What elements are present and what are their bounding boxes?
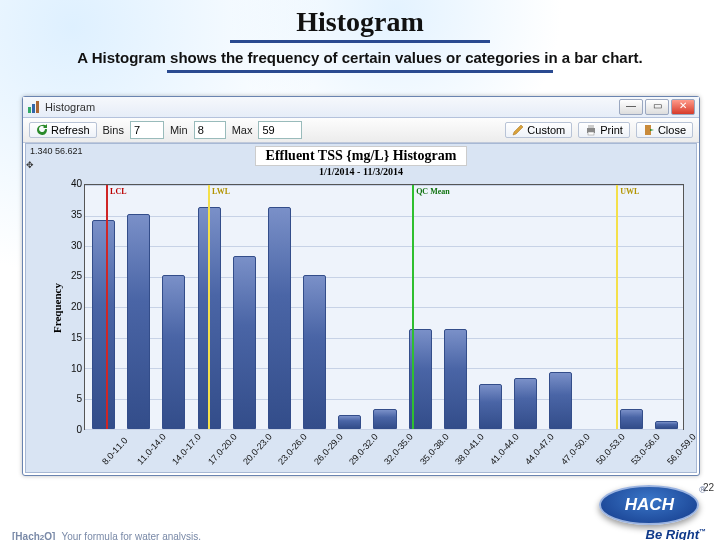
histogram-bar[interactable] (444, 329, 467, 429)
histogram-bar[interactable] (162, 275, 185, 430)
subtitle-underline (167, 70, 553, 73)
y-tick: 35 (62, 209, 82, 220)
window-maximize-button[interactable]: ▭ (645, 99, 669, 115)
reference-label-lcl: LCL (110, 187, 126, 196)
brand-tagline: Be Right™ (599, 527, 706, 540)
x-tick: 44.0-47.0 (523, 432, 556, 467)
reference-label-uwl: UWL (620, 187, 639, 196)
window-titlebar[interactable]: Histogram — ▭ ✕ (23, 97, 699, 118)
x-tick: 8.0-11.0 (100, 435, 130, 466)
y-tick: 0 (62, 424, 82, 435)
x-tick: 56.0-59.0 (665, 432, 698, 467)
x-tick: 47.0-50.0 (559, 432, 592, 467)
svg-rect-1 (32, 104, 35, 113)
max-label: Max (232, 124, 253, 136)
x-tick: 41.0-44.0 (488, 432, 521, 467)
min-input[interactable] (194, 121, 226, 139)
histogram-bar[interactable] (655, 421, 678, 429)
refresh-button[interactable]: Refresh (29, 122, 97, 138)
y-tick: 40 (62, 178, 82, 189)
chart-area: 1.340 56.621 ✥ Effluent TSS {mg/L} Histo… (25, 143, 697, 473)
slide-footer: 22 [Hach2O] Your formula for water analy… (0, 486, 720, 540)
window-close-button[interactable]: ✕ (671, 99, 695, 115)
page-title: Histogram (0, 6, 720, 38)
cursor-coordinates: 1.340 56.621 (30, 146, 83, 156)
histogram-bar[interactable] (92, 220, 115, 429)
reference-label-lwl: LWL (212, 187, 230, 196)
print-button[interactable]: Print (578, 122, 630, 138)
histogram-bar[interactable] (127, 214, 150, 430)
pencil-icon (512, 124, 524, 136)
y-tick: 15 (62, 332, 82, 343)
histogram-bar[interactable] (620, 409, 643, 429)
reference-line-uwl (616, 185, 618, 429)
x-tick: 38.0-41.0 (453, 432, 486, 467)
y-tick: 10 (62, 363, 82, 374)
reference-line-lwl (208, 185, 210, 429)
toolbar: Refresh Bins Min Max Custom Print Close (23, 118, 699, 143)
x-tick: 50.0-53.0 (594, 432, 627, 467)
title-underline (230, 40, 490, 43)
x-tick: 17.0-20.0 (206, 432, 239, 467)
footer-logo-tagline: Your formula for water analysis. (61, 531, 201, 540)
reference-label-qcmean: QC Mean (416, 187, 450, 196)
histogram-window: Histogram — ▭ ✕ Refresh Bins Min Max Cus… (22, 96, 700, 476)
chart-title: Effluent TSS {mg/L} Histogram (255, 146, 468, 166)
window-title-text: Histogram (45, 101, 95, 113)
y-tick: 25 (62, 270, 82, 281)
svg-rect-2 (36, 101, 39, 113)
app-chart-icon (27, 100, 41, 114)
histogram-bar[interactable] (514, 378, 537, 429)
x-tick: 20.0-23.0 (241, 432, 274, 467)
histogram-bar[interactable] (303, 275, 326, 430)
histogram-bar[interactable] (549, 372, 572, 429)
histogram-bar[interactable] (338, 415, 361, 429)
histogram-bar[interactable] (479, 384, 502, 429)
door-icon (643, 124, 655, 136)
x-tick: 53.0-56.0 (629, 432, 662, 467)
reference-line-lcl (106, 185, 108, 429)
reference-line-qcmean (412, 185, 414, 429)
close-label: Close (658, 124, 686, 136)
registered-mark: ® (699, 485, 706, 495)
y-tick: 20 (62, 301, 82, 312)
x-tick: 23.0-26.0 (276, 432, 309, 467)
window-minimize-button[interactable]: — (619, 99, 643, 115)
x-tick: 26.0-29.0 (312, 432, 345, 467)
svg-rect-5 (588, 132, 594, 135)
min-label: Min (170, 124, 188, 136)
printer-icon (585, 124, 597, 136)
svg-rect-4 (588, 125, 594, 128)
y-tick: 5 (62, 393, 82, 404)
resize-handle-icon[interactable]: ✥ (26, 160, 34, 168)
y-tick: 30 (62, 240, 82, 251)
plot-region[interactable]: LCLLWLQC MeanUWL (84, 184, 684, 430)
max-input[interactable] (258, 121, 302, 139)
x-tick: 11.0-14.0 (135, 432, 168, 467)
brand-logo: HACH (599, 485, 699, 525)
page-subtitle: A Histogram shows the frequency of certa… (0, 49, 720, 70)
refresh-icon (36, 124, 48, 136)
histogram-bar[interactable] (373, 409, 396, 429)
histogram-bar[interactable] (233, 256, 256, 429)
footer-left-logo: [Hach2O] Your formula for water analysis… (12, 531, 201, 540)
chart-date-range: 1/1/2014 - 11/3/2014 (26, 166, 696, 177)
refresh-label: Refresh (51, 124, 90, 136)
histogram-bar[interactable] (268, 207, 291, 429)
custom-label: Custom (527, 124, 565, 136)
x-tick: 35.0-38.0 (418, 432, 451, 467)
bins-label: Bins (103, 124, 124, 136)
custom-button[interactable]: Custom (505, 122, 572, 138)
x-tick: 32.0-35.0 (382, 432, 415, 467)
x-tick: 29.0-32.0 (347, 432, 380, 467)
svg-rect-0 (28, 107, 31, 113)
x-tick: 14.0-17.0 (170, 432, 203, 467)
close-button[interactable]: Close (636, 122, 693, 138)
print-label: Print (600, 124, 623, 136)
bins-input[interactable] (130, 121, 164, 139)
